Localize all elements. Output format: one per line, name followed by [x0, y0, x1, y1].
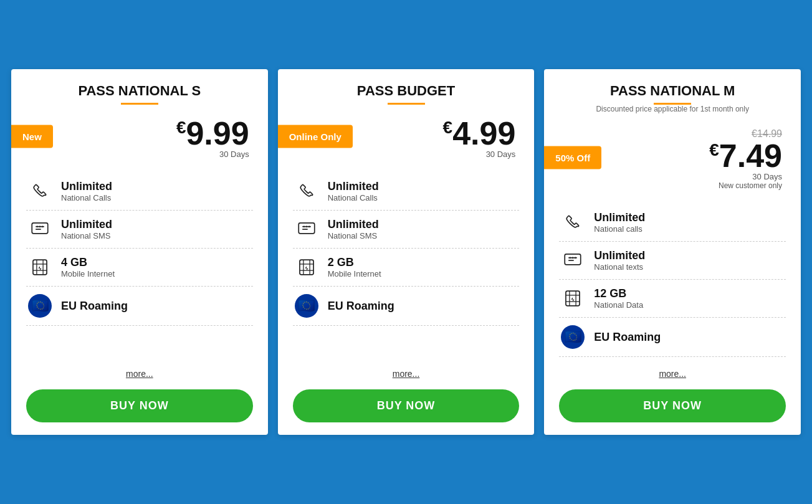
- features-list: Unlimited National Calls Unlimited Natio…: [11, 161, 268, 357]
- buy-button[interactable]: BUY NOW: [26, 389, 253, 422]
- feature-text-1: Unlimited National texts: [594, 249, 645, 272]
- card-header: PASS NATIONAL S: [11, 69, 268, 111]
- feature-row-1: Unlimited National texts: [559, 242, 786, 280]
- more-link[interactable]: more...: [278, 368, 535, 379]
- pricing-cards: PASS NATIONAL S New €9.99 30 Days Unlimi…: [6, 64, 806, 440]
- feature-main-1: Unlimited: [594, 249, 645, 262]
- feature-text-0: Unlimited National Calls: [328, 180, 379, 202]
- feature-main-2: 12 GB: [594, 287, 643, 300]
- feature-row-1: Unlimited National SMS: [293, 211, 520, 249]
- feature-sub-1: National texts: [594, 262, 645, 272]
- buy-button[interactable]: BUY NOW: [293, 389, 520, 422]
- feature-main-0: Unlimited: [328, 180, 379, 193]
- card-header: PASS Budget: [278, 69, 535, 111]
- svg-point-27: [575, 257, 576, 259]
- feature-row-0: Unlimited National calls: [559, 204, 786, 242]
- sms-icon: [559, 250, 586, 271]
- feature-main-3: EU Roaming: [61, 300, 128, 313]
- price-section: New €9.99 30 Days: [11, 111, 268, 161]
- more-anchor[interactable]: more...: [393, 369, 420, 379]
- svg-rect-0: [32, 223, 48, 234]
- feature-main-3: EU Roaming: [594, 331, 661, 344]
- pricing-card-pass-national-m: PASS NATIONAL M Discounted price applica…: [544, 69, 801, 435]
- data-icon: [293, 257, 320, 278]
- eu-flag-icon: 🇪🇺: [295, 294, 318, 318]
- svg-point-4: [39, 226, 41, 227]
- more-anchor[interactable]: more...: [126, 369, 153, 379]
- price-section: 50% Off €14.99 €7.49 30 Days New custome…: [544, 122, 801, 193]
- feature-text-3: EU Roaming: [328, 300, 394, 313]
- badge: Online Only: [278, 125, 353, 148]
- feature-text-0: Unlimited National Calls: [61, 180, 112, 202]
- phone-icon: [26, 181, 54, 202]
- feature-sub-2: Mobile Internet: [328, 269, 381, 278]
- eu-icon: 🇪🇺: [293, 294, 320, 318]
- svg-point-15: [305, 226, 307, 227]
- price-main: €9.99: [30, 117, 249, 150]
- feature-text-3: EU Roaming: [61, 300, 128, 313]
- pricing-card-pass-national-s: PASS NATIONAL S New €9.99 30 Days Unlimi…: [11, 69, 268, 435]
- card-title: PASS NATIONAL S: [24, 83, 256, 99]
- feature-row-2: 12 GB National Data: [559, 280, 786, 318]
- card-title: PASS Budget: [290, 83, 522, 99]
- feature-sub-0: National Calls: [61, 193, 112, 202]
- eu-flag-icon: 🇪🇺: [561, 325, 585, 349]
- currency-symbol: €: [709, 140, 719, 159]
- price-section: Online Only €4.99 30 Days: [278, 111, 535, 161]
- feature-sub-1: National SMS: [61, 231, 112, 240]
- feature-row-3: 🇪🇺 EU Roaming: [26, 287, 253, 326]
- buy-button[interactable]: BUY NOW: [559, 389, 786, 422]
- feature-row-3: 🇪🇺 EU Roaming: [559, 318, 786, 357]
- feature-text-1: Unlimited National SMS: [61, 218, 112, 240]
- svg-point-3: [36, 226, 38, 227]
- badge: 50% Off: [544, 146, 601, 169]
- feature-text-3: EU Roaming: [594, 331, 661, 344]
- features-list: Unlimited National calls Unlimited Natio…: [544, 193, 801, 357]
- sms-icon: [26, 219, 54, 240]
- feature-text-2: 12 GB National Data: [594, 287, 643, 310]
- pricing-card-pass-budget: PASS Budget Online Only €4.99 30 Days Un…: [278, 69, 535, 435]
- svg-point-5: [42, 226, 44, 227]
- feature-text-2: 2 GB Mobile Internet: [328, 256, 381, 278]
- feature-text-2: 4 GB Mobile Internet: [61, 256, 115, 278]
- svg-point-26: [572, 257, 574, 259]
- feature-sub-0: National Calls: [328, 193, 379, 202]
- feature-text-0: Unlimited National calls: [594, 211, 645, 234]
- card-header: PASS NATIONAL M Discounted price applica…: [544, 69, 801, 122]
- feature-main-1: Unlimited: [61, 218, 112, 231]
- feature-row-0: Unlimited National Calls: [293, 173, 520, 211]
- phone-icon: [293, 181, 320, 202]
- feature-row-1: Unlimited National SMS: [26, 211, 253, 249]
- feature-main-2: 2 GB: [328, 256, 381, 269]
- svg-rect-11: [299, 223, 315, 234]
- feature-row-3: 🇪🇺 EU Roaming: [293, 287, 520, 326]
- feature-text-1: Unlimited National SMS: [328, 218, 379, 240]
- feature-main-3: EU Roaming: [328, 300, 394, 313]
- badge: New: [11, 125, 53, 148]
- more-link[interactable]: more...: [544, 368, 801, 379]
- svg-rect-22: [565, 254, 581, 265]
- card-title: PASS NATIONAL M: [556, 83, 788, 99]
- title-underline: [388, 103, 425, 105]
- feature-row-0: Unlimited National Calls: [26, 173, 253, 211]
- data-icon: [559, 288, 586, 309]
- svg-point-25: [570, 257, 571, 259]
- eu-icon: 🇪🇺: [26, 294, 54, 318]
- feature-main-0: Unlimited: [61, 180, 112, 193]
- feature-row-2: 2 GB Mobile Internet: [293, 249, 520, 287]
- features-list: Unlimited National Calls Unlimited Natio…: [278, 161, 535, 357]
- currency-symbol: €: [443, 118, 453, 137]
- feature-sub-0: National calls: [594, 224, 645, 234]
- feature-main-2: 4 GB: [61, 256, 115, 269]
- feature-sub-2: National Data: [594, 300, 643, 310]
- currency-symbol: €: [176, 118, 186, 137]
- more-anchor[interactable]: more...: [659, 369, 686, 379]
- title-underline: [121, 103, 158, 105]
- price-note: New customer only: [563, 181, 782, 190]
- sms-icon: [293, 219, 320, 240]
- feature-main-1: Unlimited: [328, 218, 379, 231]
- svg-point-14: [303, 226, 305, 227]
- eu-icon: 🇪🇺: [559, 325, 586, 349]
- phone-icon: [559, 212, 586, 233]
- more-link[interactable]: more...: [11, 368, 268, 379]
